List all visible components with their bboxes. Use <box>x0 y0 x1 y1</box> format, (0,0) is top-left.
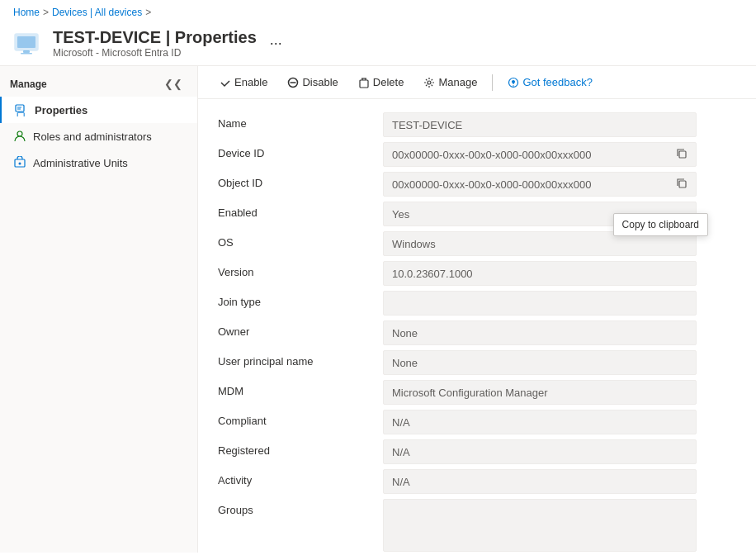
prop-value-name: TEST-DEVICE <box>383 112 736 137</box>
device-id-field: 00x00000-0xxx-00x0-x000-000x00xxx000 <box>383 142 697 167</box>
prop-row-device-id: Device ID 00x00000-0xxx-00x0-x000-000x00… <box>218 142 736 168</box>
enable-button[interactable]: Enable <box>211 73 276 92</box>
activity-field: N/A <box>383 469 697 494</box>
manage-icon <box>423 77 435 88</box>
svg-rect-13 <box>360 80 368 88</box>
breadcrumb: Home > Devices | All devices > <box>0 0 756 25</box>
prop-value-device-id: 00x00000-0xxx-00x0-x000-000x00xxx000 <box>383 142 736 167</box>
name-field: TEST-DEVICE <box>383 112 697 137</box>
prop-label-enabled: Enabled <box>218 202 383 224</box>
disable-icon <box>287 77 299 88</box>
sidebar-item-admin-units[interactable]: Administrative Units <box>0 149 197 176</box>
feedback-button[interactable]: Got feedback? <box>499 73 601 92</box>
prop-value-groups <box>383 499 736 553</box>
prop-value-mdm: Microsoft Configuration Manager <box>383 380 736 405</box>
delete-icon <box>358 77 370 88</box>
prop-label-activity: Activity <box>218 469 383 491</box>
svg-rect-1 <box>17 36 35 48</box>
more-options-button[interactable]: ··· <box>270 35 282 52</box>
page-subtitle: Microsoft - Microsoft Entra ID <box>53 47 257 59</box>
admin-units-icon <box>13 156 26 169</box>
prop-row-registered: Registered N/A <box>218 439 736 466</box>
object-id-copy-button[interactable] <box>676 178 687 192</box>
prop-row-owner: Owner None <box>218 320 736 347</box>
prop-value-compliant: N/A <box>383 410 736 434</box>
prop-label-owner: Owner <box>218 320 383 343</box>
object-id-field: 00x00000-0xxx-00x0-x000-000x00xxx000 <box>383 172 697 197</box>
device-id-copy-button[interactable] <box>676 148 687 162</box>
toolbar: Enable Disable Delete Manage Got feedbac… <box>198 66 756 99</box>
groups-field[interactable] <box>383 499 697 552</box>
delete-button[interactable]: Delete <box>350 73 413 92</box>
prop-row-join-type: Join type <box>218 291 736 317</box>
enable-icon <box>220 77 231 88</box>
registered-field: N/A <box>383 439 697 464</box>
feedback-icon <box>508 77 519 88</box>
prop-label-groups: Groups <box>218 499 383 521</box>
prop-row-activity: Activity N/A <box>218 469 736 496</box>
prop-label-name: Name <box>218 112 383 135</box>
toolbar-separator <box>492 74 493 91</box>
prop-value-activity: N/A <box>383 469 736 494</box>
svg-point-19 <box>513 85 515 87</box>
prop-value-version: 10.0.23607.1000 <box>383 261 736 286</box>
properties-icon <box>15 103 28 116</box>
svg-point-10 <box>19 163 21 165</box>
svg-point-8 <box>17 131 22 136</box>
mdm-field: Microsoft Configuration Manager <box>383 380 697 405</box>
prop-value-registered: N/A <box>383 439 736 464</box>
sidebar-admin-units-label: Administrative Units <box>33 157 128 169</box>
prop-label-registered: Registered <box>218 439 383 462</box>
right-panel: Copy to clipboard Name TEST-DEVICE Devic… <box>198 99 756 553</box>
page-header: TEST-DEVICE | Properties Microsoft - Mic… <box>0 25 756 65</box>
sidebar-item-properties[interactable]: Properties <box>0 97 197 123</box>
svg-rect-5 <box>17 112 24 116</box>
page-title: TEST-DEVICE | Properties <box>53 28 257 47</box>
prop-row-mdm: MDM Microsoft Configuration Manager <box>218 380 736 406</box>
svg-rect-3 <box>21 53 32 55</box>
prop-label-os: OS <box>218 231 383 254</box>
manage-label: Manage <box>10 78 47 90</box>
prop-value-join-type <box>383 291 736 316</box>
prop-label-compliant: Compliant <box>218 410 383 432</box>
owner-field: None <box>383 320 697 345</box>
prop-row-upn: User principal name None <box>218 350 736 377</box>
sidebar-item-roles[interactable]: Roles and administrators <box>0 123 197 149</box>
properties-grid: Name TEST-DEVICE Device ID 00x00000-0xxx… <box>198 99 756 553</box>
compliant-field: N/A <box>383 410 697 434</box>
collapse-button[interactable]: ❮❮ <box>163 76 184 92</box>
version-field: 10.0.23607.1000 <box>383 261 697 286</box>
prop-value-object-id: 00x00000-0xxx-00x0-x000-000x00xxx000 <box>383 172 736 197</box>
manage-button[interactable]: Manage <box>415 73 485 92</box>
roles-icon <box>13 130 26 143</box>
prop-label-object-id: Object ID <box>218 172 383 194</box>
svg-rect-21 <box>679 181 686 187</box>
prop-row-version: Version 10.0.23607.1000 <box>218 261 736 287</box>
svg-rect-20 <box>679 151 686 158</box>
prop-row-compliant: Compliant N/A <box>218 410 736 436</box>
prop-label-mdm: MDM <box>218 380 383 402</box>
sidebar-roles-label: Roles and administrators <box>33 131 152 143</box>
join-type-field <box>383 291 697 316</box>
prop-label-upn: User principal name <box>218 350 383 373</box>
prop-label-join-type: Join type <box>218 291 383 313</box>
prop-value-owner: None <box>383 320 736 345</box>
sidebar-properties-label: Properties <box>35 104 87 116</box>
svg-rect-2 <box>23 50 30 53</box>
prop-label-device-id: Device ID <box>218 142 383 164</box>
content-area: Enable Disable Delete Manage Got feedbac… <box>198 66 756 553</box>
upn-field: None <box>383 350 697 375</box>
prop-value-upn: None <box>383 350 736 375</box>
copy-tooltip: Copy to clipboard <box>613 213 708 236</box>
svg-rect-4 <box>16 105 24 112</box>
breadcrumb-devices[interactable]: Devices | All devices <box>52 7 142 18</box>
disable-button[interactable]: Disable <box>279 73 346 92</box>
breadcrumb-home[interactable]: Home <box>13 7 40 18</box>
sidebar: Manage ❮❮ Properties Roles and administr… <box>0 66 198 553</box>
prop-row-groups: Groups <box>218 499 736 553</box>
prop-row-name: Name TEST-DEVICE <box>218 112 736 139</box>
prop-row-object-id: Object ID 00x00000-0xxx-00x0-x000-000x00… <box>218 172 736 198</box>
prop-label-version: Version <box>218 261 383 283</box>
svg-point-17 <box>428 81 431 84</box>
device-icon <box>13 29 43 59</box>
